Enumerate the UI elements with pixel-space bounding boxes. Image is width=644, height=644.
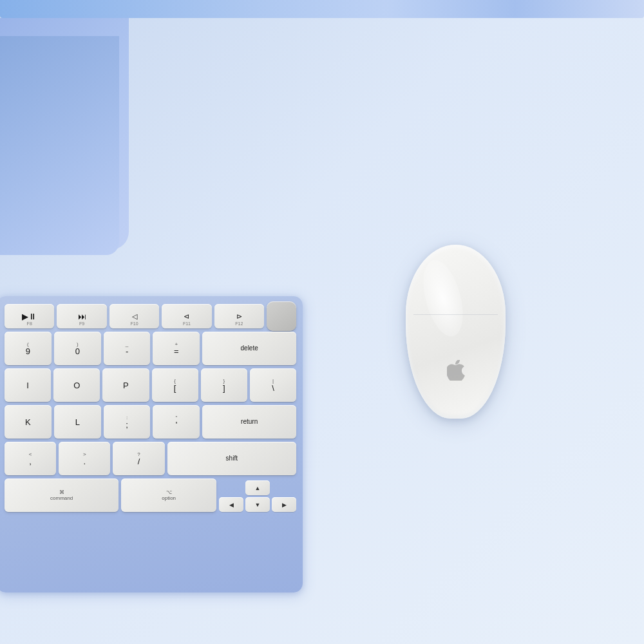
fn-key-row: ▶⏸ F8 ⏭ F9 ◁ F10 ⊲ F11 ⊳ F12 (5, 304, 296, 328)
key-arrow-right[interactable]: ▶ (272, 497, 296, 512)
key-quote[interactable]: " ' (153, 405, 200, 439)
top-stripe-decoration (0, 0, 644, 18)
keyboard-inner: ▶⏸ F8 ⏭ F9 ◁ F10 ⊲ F11 ⊳ F12 (5, 304, 296, 583)
mouse-divider-line (413, 314, 497, 315)
key-shift-right[interactable]: shift (167, 442, 296, 475)
arrow-top-row: ▲ (219, 480, 296, 495)
key-9[interactable]: ( 9 (5, 332, 52, 365)
key-f8[interactable]: ▶⏸ F8 (5, 304, 54, 328)
key-arrow-down[interactable]: ▼ (245, 497, 270, 512)
key-minus[interactable]: _ - (104, 332, 151, 365)
key-option[interactable]: ⌥ option (121, 478, 216, 512)
key-f12[interactable]: ⊳ F12 (214, 304, 264, 328)
magic-mouse[interactable] (406, 245, 506, 419)
key-bracket-right[interactable]: } ] (201, 368, 247, 402)
key-p[interactable]: P (102, 368, 149, 402)
arrow-bottom-row: ◀ ▼ ▶ (219, 497, 296, 512)
key-arrow-up[interactable]: ▲ (245, 480, 270, 495)
key-f11[interactable]: ⊲ F11 (162, 304, 211, 328)
key-delete[interactable]: delete (202, 332, 296, 365)
imac-body (0, 18, 129, 250)
key-f10[interactable]: ◁ F10 (109, 304, 159, 328)
key-period[interactable]: > . (59, 442, 110, 475)
key-0[interactable]: ) 0 (54, 332, 101, 365)
key-comma[interactable]: < , (5, 442, 56, 475)
home-row: K L : ; " ' return (5, 405, 296, 439)
modifier-row: ⌘ command ⌥ option ▲ ◀ ▼ ▶ (5, 478, 296, 512)
key-slash[interactable]: ? / (113, 442, 164, 475)
key-o[interactable]: O (53, 368, 100, 402)
touch-id-button[interactable] (267, 301, 296, 331)
key-equal[interactable]: + = (153, 332, 200, 365)
qwerty-row: I O P { [ } ] | \ (5, 368, 296, 402)
key-arrow-left[interactable]: ◀ (219, 497, 243, 512)
magic-keyboard: ▶⏸ F8 ⏭ F9 ◁ F10 ⊲ F11 ⊳ F12 (0, 296, 303, 592)
key-return[interactable]: return (202, 405, 296, 439)
bottom-row: < , > . ? / shift (5, 442, 296, 475)
key-l[interactable]: L (54, 405, 101, 439)
key-semicolon[interactable]: : ; (104, 405, 151, 439)
mouse-body (406, 245, 506, 419)
key-backslash[interactable]: | \ (250, 368, 296, 402)
mouse-highlight (416, 256, 470, 340)
key-command[interactable]: ⌘ command (5, 478, 118, 512)
arrow-key-cluster: ▲ ◀ ▼ ▶ (219, 480, 296, 512)
key-k[interactable]: K (5, 405, 52, 439)
apple-logo-icon (447, 360, 465, 381)
key-bracket-left[interactable]: { [ (152, 368, 198, 402)
key-i[interactable]: I (5, 368, 51, 402)
number-row: ( 9 ) 0 _ - + = delete (5, 332, 296, 365)
imac-screen (0, 36, 119, 255)
key-f9[interactable]: ⏭ F9 (57, 304, 106, 328)
